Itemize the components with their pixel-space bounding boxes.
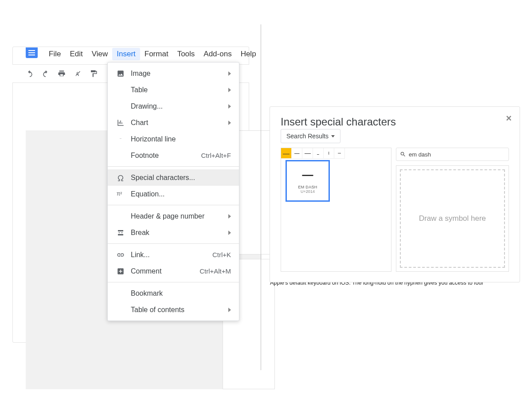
svg-text:π²: π² <box>117 191 122 197</box>
divider <box>108 205 239 205</box>
divider <box>108 166 239 167</box>
draw-symbol-pad[interactable]: Draw a symbol here <box>396 165 509 272</box>
menu-item-header-page[interactable]: Header & page number <box>108 208 239 224</box>
menu-item-label: Drawing... <box>131 102 224 110</box>
panel-divider <box>261 24 261 370</box>
dialog-title: Insert special characters <box>281 116 396 128</box>
menu-tools[interactable]: Tools <box>173 48 200 60</box>
menu-item-equation[interactable]: π² Equation... <box>108 186 239 202</box>
link-icon <box>116 250 125 260</box>
menu-item-chart[interactable]: Chart <box>108 114 239 131</box>
chart-icon <box>116 118 125 128</box>
omega-icon <box>116 173 125 183</box>
keyboard-shortcut: Ctrl+K <box>212 251 231 258</box>
caret-down-icon <box>331 135 335 137</box>
menu-item-image[interactable]: Image <box>108 65 239 82</box>
character-preview[interactable]: — EM DASH U+2014 <box>286 160 330 202</box>
menu-item-table[interactable]: Table <box>108 82 239 98</box>
char-row: — ⸺ ⸻ ﹘ ︲ － <box>281 148 391 159</box>
char-result[interactable]: ﹘ <box>313 148 324 159</box>
comment-icon <box>116 266 125 276</box>
image-icon <box>116 69 125 78</box>
menu-item-label: Comment <box>131 267 200 275</box>
print-icon[interactable] <box>58 70 66 78</box>
undo-icon[interactable] <box>26 70 34 78</box>
menu-item-label: Table <box>131 86 224 94</box>
submenu-arrow-icon <box>228 104 231 109</box>
menu-file[interactable]: File <box>44 48 65 60</box>
divider <box>108 243 239 244</box>
special-characters-dialog: Insert special characters × Search Resul… <box>270 106 520 282</box>
menu-help[interactable]: Help <box>236 48 261 60</box>
menu-item-special-characters[interactable]: Special characters... <box>108 169 239 186</box>
menu-item-label: Table of contents <box>131 306 224 314</box>
menu-item-break[interactable]: Break <box>108 224 239 241</box>
menu-item-drawing[interactable]: Drawing... <box>108 98 239 114</box>
char-result[interactable]: － <box>334 148 345 159</box>
char-result[interactable]: ⸻ <box>302 148 313 159</box>
close-button[interactable]: × <box>506 113 512 124</box>
menu-item-toc[interactable]: Table of contents <box>108 301 239 318</box>
menu-bar: File Edit View Insert Format Tools Add-o… <box>44 48 261 60</box>
submenu-arrow-icon <box>228 214 231 219</box>
menu-view[interactable]: View <box>87 48 113 60</box>
keyboard-shortcut: Ctrl+Alt+M <box>200 267 231 275</box>
menu-addons[interactable]: Add-ons <box>199 48 236 60</box>
submenu-arrow-icon <box>228 308 231 312</box>
pi-icon: π² <box>116 189 125 199</box>
menu-item-label: Horizontal line <box>131 135 231 143</box>
break-icon <box>116 228 125 238</box>
menu-item-label: Special characters... <box>131 174 231 182</box>
filter-label: Search Results <box>286 133 329 140</box>
redo-icon[interactable] <box>42 70 50 78</box>
draw-prompt: Draw a symbol here <box>400 169 505 268</box>
search-input[interactable] <box>409 151 505 158</box>
menu-edit[interactable]: Edit <box>65 48 87 60</box>
preview-name: EM DASH <box>298 185 317 189</box>
filter-dropdown[interactable]: Search Results <box>281 129 340 143</box>
menu-item-horizontal-line[interactable]: Horizontal line <box>108 131 239 147</box>
horizontal-line-icon <box>116 134 125 144</box>
paint-format-icon[interactable] <box>90 70 98 78</box>
menu-format[interactable]: Format <box>140 48 173 60</box>
menu-item-label: Break <box>131 229 224 237</box>
menu-item-label: Image <box>131 70 224 78</box>
menu-item-link[interactable]: Link... Ctrl+K <box>108 246 239 263</box>
submenu-arrow-icon <box>228 71 231 76</box>
divider <box>108 282 239 282</box>
insert-menu-dropdown: Image Table Drawing... Chart Horizontal … <box>107 62 239 321</box>
docs-logo-icon <box>26 47 38 58</box>
preview-code: U+2014 <box>301 189 315 194</box>
menu-item-label: Bookmark <box>131 289 231 297</box>
character-search[interactable] <box>396 148 509 161</box>
menu-item-label: Header & page number <box>131 212 224 220</box>
char-result[interactable]: ⸺ <box>292 148 302 159</box>
char-result[interactable]: ︲ <box>324 148 334 159</box>
spellcheck-icon[interactable] <box>74 70 82 78</box>
menu-item-label: Equation... <box>131 190 231 198</box>
menu-insert[interactable]: Insert <box>112 48 140 60</box>
menu-item-comment[interactable]: Comment Ctrl+Alt+M <box>108 263 239 279</box>
preview-glyph: — <box>302 168 313 181</box>
menu-item-label: Chart <box>131 119 224 127</box>
menu-item-bookmark[interactable]: Bookmark <box>108 285 239 301</box>
submenu-arrow-icon <box>228 88 231 92</box>
char-result[interactable]: — <box>281 148 292 159</box>
keyboard-shortcut: Ctrl+Alt+F <box>201 152 231 159</box>
submenu-arrow-icon <box>228 231 231 235</box>
menu-item-label: Link... <box>131 251 212 259</box>
menu-item-footnote[interactable]: Footnote Ctrl+Alt+F <box>108 147 239 164</box>
submenu-arrow-icon <box>228 121 231 125</box>
search-icon <box>400 151 406 157</box>
menu-item-label: Footnote <box>131 152 201 160</box>
